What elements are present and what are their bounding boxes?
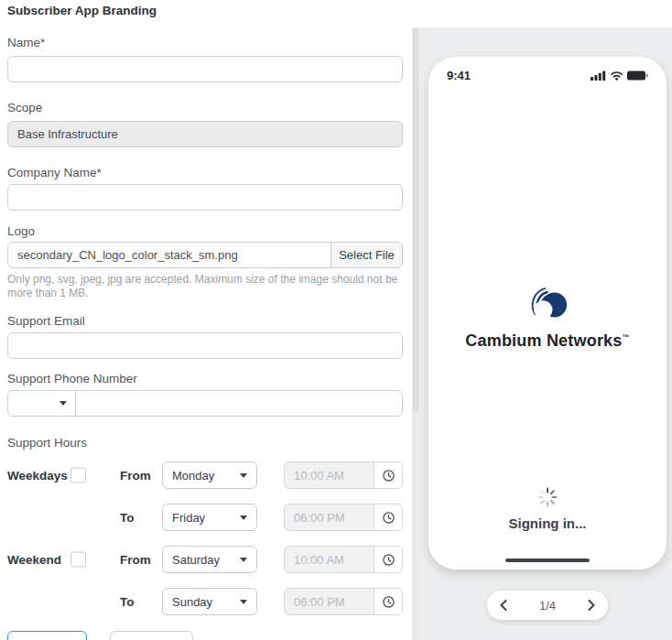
branding-form: Subscriber App Branding Name* Scope Base…	[7, 0, 403, 640]
clock-icon[interactable]	[374, 547, 402, 572]
scope-value: Base Infrastructure	[7, 121, 403, 147]
time-value: 10:00 AM	[285, 547, 374, 572]
day-select-value: Sunday	[172, 595, 212, 609]
day-select-value: Saturday	[172, 553, 220, 567]
signal-icon	[591, 71, 606, 81]
weekend-to-time-input[interactable]: 06:00 PM	[284, 588, 403, 615]
support-hours-label: Support Hours	[7, 436, 403, 450]
cambium-networks-logo-icon	[523, 284, 572, 326]
home-indicator	[505, 559, 590, 562]
signing-in-text: Signing in...	[428, 515, 667, 531]
clock-icon[interactable]	[374, 589, 402, 614]
chevron-left-icon	[500, 600, 507, 611]
chevron-down-icon	[240, 558, 247, 562]
save-button[interactable]: Save	[7, 631, 87, 640]
brand-name: Cambium Networks™	[428, 331, 667, 351]
logo-file-name: secondary_CN_logo_color_stack_sm.png	[8, 243, 331, 267]
support-hours-row: To Sunday 06:00 PM	[7, 588, 403, 615]
weekdays-checkbox[interactable]	[70, 468, 86, 483]
weekdays-to-day-select[interactable]: Friday	[162, 504, 257, 531]
logo-file-input: secondary_CN_logo_color_stack_sm.png Sel…	[7, 242, 403, 268]
from-label: From	[120, 553, 162, 567]
weekend-checkbox[interactable]	[70, 552, 86, 568]
field-group-support-phone: Support Phone Number	[7, 372, 403, 417]
weekdays-to-time-input[interactable]: 06:00 PM	[284, 504, 403, 531]
weekend-from-time-input[interactable]: 10:00 AM	[284, 546, 403, 573]
preview-pagination: 1/4	[487, 591, 608, 620]
scope-label: Scope	[7, 101, 403, 115]
chevron-down-icon	[240, 515, 247, 520]
brand-block: Cambium Networks™	[428, 284, 667, 351]
country-code-select[interactable]	[8, 391, 76, 416]
form-actions: Save Cancel	[7, 631, 403, 640]
chevron-down-icon	[240, 473, 247, 478]
to-label: To	[120, 511, 162, 525]
page-title: Subscriber App Branding	[7, 4, 403, 17]
loading-spinner-icon	[537, 487, 558, 507]
field-group-company-name: Company Name*	[7, 166, 403, 211]
company-name-input[interactable]	[7, 184, 403, 211]
field-group-name: Name*	[7, 36, 403, 82]
name-input[interactable]	[7, 56, 403, 82]
support-hours-row: Weekdays From Monday 10:00 AM	[7, 461, 403, 489]
chevron-down-icon	[60, 401, 67, 406]
next-page-button[interactable]	[588, 600, 595, 611]
support-email-input[interactable]	[7, 332, 403, 359]
field-group-support-email: Support Email	[7, 314, 403, 359]
to-label: To	[120, 595, 162, 609]
weekend-to-day-select[interactable]: Sunday	[162, 588, 257, 615]
app-preview-panel: 9:41 Cambium Networks™	[419, 27, 672, 640]
chevron-right-icon	[588, 600, 595, 611]
cancel-button[interactable]: Cancel	[110, 631, 193, 640]
weekend-label: Weekend	[7, 553, 61, 567]
page-indicator: 1/4	[539, 599, 556, 613]
name-label: Name*	[7, 36, 403, 50]
chevron-down-icon	[240, 600, 247, 604]
previous-page-button[interactable]	[500, 600, 507, 611]
company-name-label: Company Name*	[7, 166, 403, 180]
logo-label: Logo	[7, 224, 403, 239]
scrollbar-thumb[interactable]	[413, 27, 418, 412]
phone-statusbar: 9:41	[428, 57, 667, 82]
from-label: From	[120, 469, 162, 483]
time-value: 06:00 PM	[285, 504, 374, 530]
support-hours-row: To Friday 06:00 PM	[7, 504, 403, 531]
scrollbar-track[interactable]	[412, 27, 419, 640]
wifi-icon	[610, 71, 623, 81]
battery-icon	[627, 71, 648, 81]
support-phone-number-input[interactable]	[76, 391, 402, 416]
day-select-value: Monday	[172, 469, 214, 483]
support-hours-section: Support Hours Weekdays From Monday 10:00…	[7, 436, 403, 615]
clock-icon[interactable]	[374, 504, 402, 530]
support-phone-input-group	[7, 390, 403, 417]
statusbar-time: 9:41	[447, 69, 471, 82]
support-hours-row: Weekend From Saturday 10:00 AM	[7, 546, 403, 573]
select-file-button[interactable]: Select File	[331, 243, 402, 267]
clock-icon[interactable]	[374, 462, 402, 488]
weekdays-from-day-select[interactable]: Monday	[162, 461, 257, 489]
time-value: 10:00 AM	[285, 462, 374, 488]
trademark-symbol: ™	[623, 333, 630, 342]
weekend-from-day-select[interactable]: Saturday	[162, 546, 257, 573]
weekdays-label: Weekdays	[7, 469, 68, 483]
logo-help-text: Only png, svg, jpeg, jpg are accepted. M…	[7, 273, 403, 300]
support-email-label: Support Email	[7, 314, 403, 329]
time-value: 06:00 PM	[285, 589, 374, 614]
signing-in-block: Signing in...	[428, 487, 667, 531]
support-phone-label: Support Phone Number	[7, 372, 403, 386]
weekdays-from-time-input[interactable]: 10:00 AM	[284, 461, 403, 489]
phone-mockup: 9:41 Cambium Networks™	[428, 57, 667, 569]
field-group-logo: Logo secondary_CN_logo_color_stack_sm.pn…	[7, 224, 403, 300]
field-group-scope: Scope Base Infrastructure	[7, 101, 403, 147]
day-select-value: Friday	[172, 511, 205, 525]
